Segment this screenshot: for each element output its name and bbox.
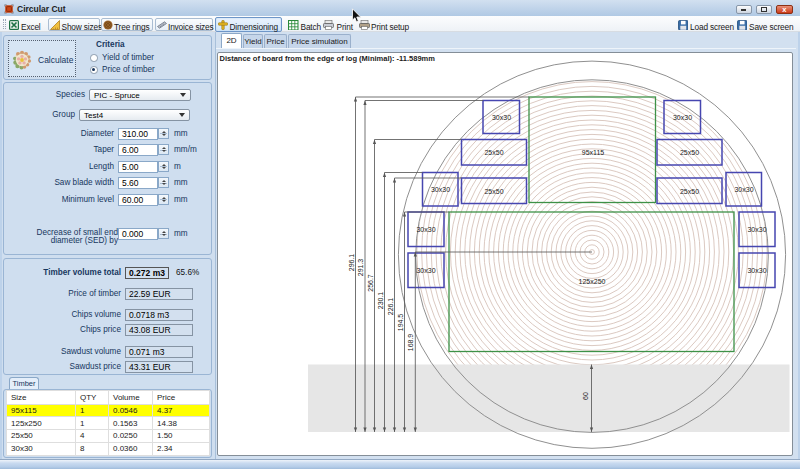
svg-text:168.9: 168.9 [407,333,414,351]
svg-text:25x50: 25x50 [484,187,503,194]
svg-text:30x30: 30x30 [416,267,435,274]
svg-text:25x50: 25x50 [680,149,699,156]
svg-text:25x50: 25x50 [680,187,699,194]
svg-text:291.3: 291.3 [357,258,364,276]
svg-text:30x30: 30x30 [416,226,435,233]
svg-text:25x50: 25x50 [484,149,503,156]
svg-text:95x115: 95x115 [582,148,605,155]
svg-text:30x30: 30x30 [747,267,766,274]
svg-text:30x30: 30x30 [673,113,692,120]
svg-text:194.5: 194.5 [397,313,404,331]
svg-text:256.7: 256.7 [367,274,374,292]
svg-text:226.1: 226.1 [387,297,394,315]
svg-text:230.1: 230.1 [377,291,384,309]
svg-text:Distance of board from the edg: Distance of board from the edge of log (… [220,54,436,63]
svg-text:30x30: 30x30 [734,186,753,193]
svg-text:125x250: 125x250 [579,277,606,284]
svg-text:60: 60 [582,392,589,400]
svg-text:30x30: 30x30 [492,113,511,120]
svg-text:30x30: 30x30 [747,226,766,233]
svg-text:30x30: 30x30 [431,186,450,193]
svg-text:296.1: 296.1 [348,253,355,271]
